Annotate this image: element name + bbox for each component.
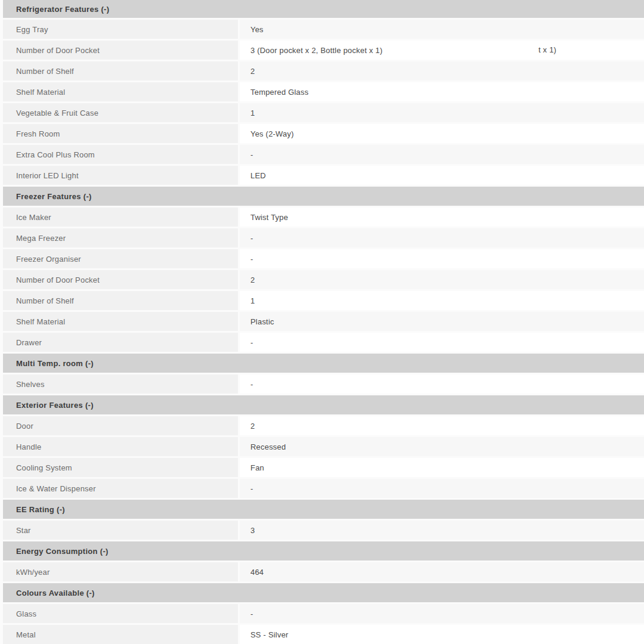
spec-value: Twist Type bbox=[240, 208, 644, 227]
spec-row: Door2 bbox=[3, 416, 644, 435]
spec-label: Number of Door Pocket bbox=[3, 41, 238, 60]
spec-row: Vegetable & Fruit Case1 bbox=[3, 103, 644, 122]
spec-row: Interior LED LightLED bbox=[3, 166, 644, 185]
spec-row: Drawer- bbox=[3, 333, 644, 352]
spec-label: Mega Freezer bbox=[3, 228, 238, 247]
spec-value: 2 bbox=[240, 61, 644, 80]
spec-row: Freezer Organiser- bbox=[3, 249, 644, 268]
spec-label: Drawer bbox=[3, 333, 238, 352]
spec-value: 1 bbox=[240, 103, 644, 122]
spec-label: Vegetable & Fruit Case bbox=[3, 103, 238, 122]
spec-value: - bbox=[240, 604, 644, 623]
spec-label: Extra Cool Plus Room bbox=[3, 145, 238, 164]
spec-value: - bbox=[240, 479, 644, 498]
specifications-table: Refrigerator Features (-)Egg TrayYesNumb… bbox=[0, 0, 644, 644]
section-header[interactable]: Multi Temp. room (-) bbox=[3, 354, 644, 373]
spec-label: Shelves bbox=[3, 374, 238, 394]
spec-value: - bbox=[240, 145, 644, 164]
spec-value: Yes (2-Way) bbox=[240, 124, 644, 143]
spec-label: Number of Shelf bbox=[3, 61, 238, 80]
spec-label: Metal bbox=[3, 625, 238, 644]
spec-label: Ice Maker bbox=[3, 208, 238, 227]
spec-value: 2 bbox=[240, 270, 644, 289]
spec-row: Shelf MaterialPlastic bbox=[3, 312, 644, 331]
spec-row: Number of Door Pocket2 bbox=[3, 270, 644, 289]
spec-label: Egg Tray bbox=[3, 20, 238, 39]
spec-label: Cooling System bbox=[3, 458, 238, 477]
spec-row: Cooling SystemFan bbox=[3, 458, 644, 477]
spec-value: 1 bbox=[240, 291, 644, 310]
spec-value: - bbox=[240, 228, 644, 247]
spec-value: Yes bbox=[240, 20, 644, 39]
spec-label: Door bbox=[3, 416, 238, 435]
spec-value: - bbox=[240, 374, 644, 394]
spec-row: Ice & Water Dispenser- bbox=[3, 479, 644, 498]
spec-row: kWh/year464 bbox=[3, 562, 644, 581]
spec-value: Plastic bbox=[240, 312, 644, 331]
spec-label: Number of Shelf bbox=[3, 291, 238, 310]
spec-value: - bbox=[240, 333, 644, 352]
spec-label: Interior LED Light bbox=[3, 166, 238, 185]
spec-row: Star3 bbox=[3, 521, 644, 540]
spec-value: Recessed bbox=[240, 437, 644, 456]
spec-row: Shelf MaterialTempered Glass bbox=[3, 82, 644, 101]
section-header[interactable]: Energy Consumption (-) bbox=[3, 541, 644, 561]
section-header[interactable]: EE Rating (-) bbox=[3, 500, 644, 519]
spec-label: Glass bbox=[3, 604, 238, 623]
spec-label: Fresh Room bbox=[3, 124, 238, 143]
spec-value: LED bbox=[240, 166, 644, 185]
spec-label: Freezer Organiser bbox=[3, 249, 238, 268]
spec-row: Mega Freezer- bbox=[3, 228, 644, 247]
spec-value: - bbox=[240, 249, 644, 268]
spec-value: 3 (Door pocket x 2, Bottle pocket x 1)t … bbox=[240, 41, 644, 60]
section-header[interactable]: Refrigerator Features (-) bbox=[3, 0, 644, 18]
spec-label: Shelf Material bbox=[3, 82, 238, 101]
spec-row: Number of Shelf1 bbox=[3, 291, 644, 310]
spec-label: Shelf Material bbox=[3, 312, 238, 331]
spec-row: Glass- bbox=[3, 604, 644, 623]
spec-row: HandleRecessed bbox=[3, 437, 644, 456]
spec-value: SS - Silver bbox=[240, 625, 644, 644]
spec-row: Extra Cool Plus Room- bbox=[3, 145, 644, 164]
spec-label: kWh/year bbox=[3, 562, 238, 581]
overflow-text-fragment: t x 1) bbox=[538, 41, 556, 60]
section-header[interactable]: Exterior Features (-) bbox=[3, 395, 644, 414]
spec-row: Number of Door Pocket3 (Door pocket x 2,… bbox=[3, 41, 644, 60]
spec-label: Star bbox=[3, 521, 238, 540]
spec-value: 3 bbox=[240, 521, 644, 540]
spec-value: 2 bbox=[240, 416, 644, 435]
spec-row: Fresh RoomYes (2-Way) bbox=[3, 124, 644, 143]
spec-row: Egg TrayYes bbox=[3, 20, 644, 39]
spec-label: Number of Door Pocket bbox=[3, 270, 238, 289]
spec-value: Fan bbox=[240, 458, 644, 477]
spec-row: Number of Shelf2 bbox=[3, 61, 644, 80]
spec-label: Handle bbox=[3, 437, 238, 456]
spec-value: 464 bbox=[240, 562, 644, 581]
spec-value: Tempered Glass bbox=[240, 82, 644, 101]
section-header[interactable]: Freezer Features (-) bbox=[3, 187, 644, 206]
spec-label: Ice & Water Dispenser bbox=[3, 479, 238, 498]
spec-row: Ice MakerTwist Type bbox=[3, 208, 644, 227]
spec-row: MetalSS - Silver bbox=[3, 625, 644, 644]
section-header[interactable]: Colours Available (-) bbox=[3, 583, 644, 602]
spec-row: Shelves- bbox=[3, 374, 644, 394]
